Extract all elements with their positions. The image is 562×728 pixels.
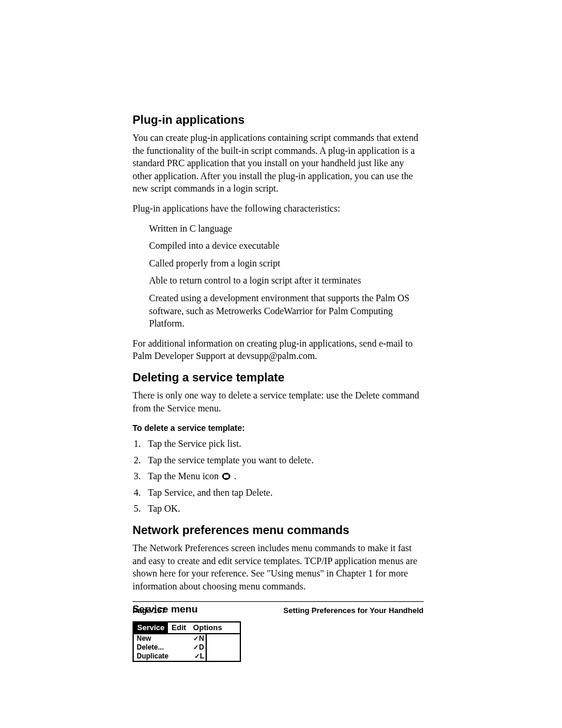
heading-plugin-apps: Plug-in applications xyxy=(133,112,424,128)
menu-item-delete: Delete... ✓D xyxy=(134,643,206,652)
menu-item-label: New xyxy=(137,635,151,642)
para-plugin-intro: You can create plug-in applications cont… xyxy=(133,131,424,195)
menu-item-key: N xyxy=(199,634,204,643)
list-item: Compiled into a device executable xyxy=(149,239,424,252)
heading-deleting-template: Deleting a service template xyxy=(133,370,424,386)
menu-icon xyxy=(222,473,230,480)
menu-item-key: L xyxy=(200,652,204,660)
menu-item-key: D xyxy=(199,643,204,651)
menu-item-new: New ✓N xyxy=(134,634,206,643)
list-item: Written in C language xyxy=(149,222,424,235)
step-item: Tap OK. xyxy=(143,502,424,515)
para-delete-intro: There is only one way to delete a servic… xyxy=(133,389,424,414)
footer-chapter-title: Setting Preferences for Your Handheld xyxy=(283,605,424,616)
list-item: Created using a development environment … xyxy=(149,292,424,330)
plugin-characteristics-list: Written in C language Compiled into a de… xyxy=(133,222,424,330)
menu-tab-service: Service xyxy=(134,622,168,633)
page-footer: Page 167 Setting Preferences for Your Ha… xyxy=(133,601,424,616)
menu-bar: Service Edit Options xyxy=(134,622,240,634)
service-menu-figure: Service Edit Options New ✓N Delete... ✓D… xyxy=(133,621,241,662)
menu-tab-options: Options xyxy=(190,622,226,633)
list-item: Called properly from a login script xyxy=(149,257,424,270)
step-item: Tap the Service pick list. xyxy=(143,437,424,450)
menu-tab-edit: Edit xyxy=(168,622,190,633)
step-item: Tap the Menu icon . xyxy=(143,470,424,483)
menu-item-label: Delete... xyxy=(137,644,164,651)
delete-steps: Tap the Service pick list. Tap the servi… xyxy=(133,437,424,515)
step-item: Tap Service, and then tap Delete. xyxy=(143,486,424,499)
menu-dropdown: New ✓N Delete... ✓D Duplicate ✓L xyxy=(133,634,207,662)
procedure-title: To delete a service template: xyxy=(133,423,424,434)
document-page: Plug-in applications You can create plug… xyxy=(0,0,562,728)
step-text: Tap the Menu icon xyxy=(148,471,221,481)
para-plugin-chars: Plug-in applications have the following … xyxy=(133,202,424,215)
heading-network-prefs: Network preferences menu commands xyxy=(133,522,424,538)
step-text: . xyxy=(232,471,236,481)
para-network-intro: The Network Preferences screen includes … xyxy=(133,542,424,592)
step-item: Tap the service template you want to del… xyxy=(143,454,424,467)
menu-item-label: Duplicate xyxy=(137,653,168,660)
menu-item-duplicate: Duplicate ✓L xyxy=(134,652,206,661)
footer-page-number: Page 167 xyxy=(133,605,166,616)
para-plugin-email: For additional information on creating p… xyxy=(133,337,424,363)
list-item: Able to return control to a login script… xyxy=(149,274,424,287)
